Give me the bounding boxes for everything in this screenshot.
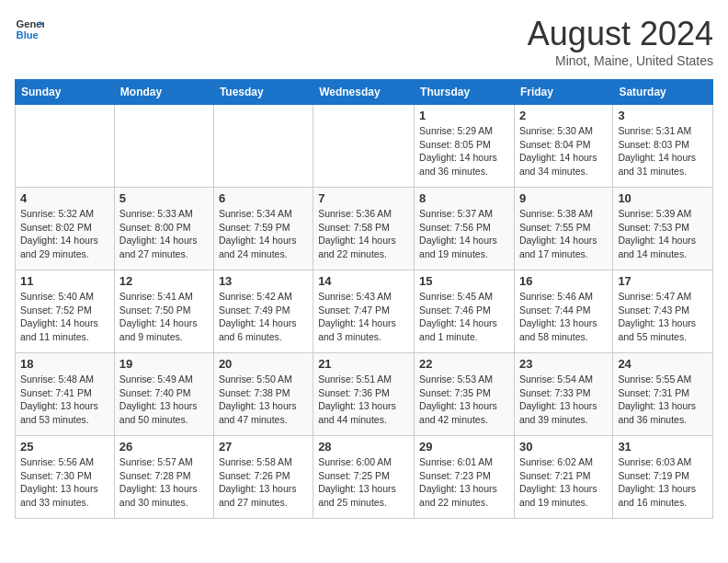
day-info: Sunrise: 5:53 AM Sunset: 7:35 PM Dayligh…	[419, 373, 509, 427]
logo-icon: General Blue	[15, 15, 44, 44]
weekday-header-tuesday: Tuesday	[213, 80, 313, 105]
day-number: 28	[318, 440, 409, 454]
day-number: 6	[219, 191, 308, 205]
day-number: 7	[318, 191, 409, 205]
day-info: Sunrise: 5:40 AM Sunset: 7:52 PM Dayligh…	[20, 290, 109, 344]
day-info: Sunrise: 5:41 AM Sunset: 7:50 PM Dayligh…	[119, 290, 209, 344]
day-info: Sunrise: 5:51 AM Sunset: 7:36 PM Dayligh…	[318, 373, 409, 427]
calendar-cell: 3Sunrise: 5:31 AM Sunset: 8:03 PM Daylig…	[613, 105, 713, 188]
day-info: Sunrise: 5:43 AM Sunset: 7:47 PM Dayligh…	[318, 290, 409, 344]
calendar-cell: 22Sunrise: 5:53 AM Sunset: 7:35 PM Dayli…	[415, 353, 515, 436]
day-info: Sunrise: 5:37 AM Sunset: 7:56 PM Dayligh…	[419, 207, 509, 261]
day-info: Sunrise: 5:42 AM Sunset: 7:49 PM Dayligh…	[219, 290, 308, 344]
calendar-cell: 7Sunrise: 5:36 AM Sunset: 7:58 PM Daylig…	[313, 188, 415, 270]
day-info: Sunrise: 5:45 AM Sunset: 7:46 PM Dayligh…	[419, 290, 509, 344]
day-number: 13	[219, 274, 308, 288]
svg-text:Blue: Blue	[17, 29, 39, 40]
day-info: Sunrise: 5:33 AM Sunset: 8:00 PM Dayligh…	[119, 207, 209, 261]
calendar-cell: 15Sunrise: 5:45 AM Sunset: 7:46 PM Dayli…	[415, 270, 515, 353]
day-info: Sunrise: 5:47 AM Sunset: 7:43 PM Dayligh…	[618, 290, 708, 344]
weekday-header-friday: Friday	[514, 80, 612, 105]
calendar-cell	[313, 105, 415, 188]
calendar-cell: 25Sunrise: 5:56 AM Sunset: 7:30 PM Dayli…	[16, 436, 115, 519]
day-info: Sunrise: 6:00 AM Sunset: 7:25 PM Dayligh…	[318, 455, 409, 510]
day-number: 26	[119, 440, 209, 454]
day-number: 12	[119, 274, 209, 288]
calendar-cell: 19Sunrise: 5:49 AM Sunset: 7:40 PM Dayli…	[114, 353, 213, 436]
day-number: 19	[119, 357, 209, 371]
day-number: 2	[519, 109, 608, 122]
calendar-cell: 28Sunrise: 6:00 AM Sunset: 7:25 PM Dayli…	[313, 436, 415, 519]
calendar-cell: 31Sunrise: 6:03 AM Sunset: 7:19 PM Dayli…	[613, 436, 713, 519]
day-number: 16	[519, 274, 608, 288]
day-number: 8	[419, 191, 509, 205]
day-info: Sunrise: 5:48 AM Sunset: 7:41 PM Dayligh…	[20, 373, 109, 427]
day-number: 29	[419, 440, 509, 454]
calendar-cell: 27Sunrise: 5:58 AM Sunset: 7:26 PM Dayli…	[213, 436, 313, 519]
calendar-cell: 2Sunrise: 5:30 AM Sunset: 8:04 PM Daylig…	[514, 105, 612, 188]
day-info: Sunrise: 5:31 AM Sunset: 8:03 PM Dayligh…	[618, 124, 708, 178]
calendar-cell: 30Sunrise: 6:02 AM Sunset: 7:21 PM Dayli…	[514, 436, 612, 519]
day-number: 17	[618, 274, 708, 288]
calendar-cell: 5Sunrise: 5:33 AM Sunset: 8:00 PM Daylig…	[114, 188, 213, 270]
page-header: General Blue August 2024 Minot, Maine, U…	[15, 15, 713, 68]
day-info: Sunrise: 5:34 AM Sunset: 7:59 PM Dayligh…	[219, 207, 308, 261]
day-info: Sunrise: 5:39 AM Sunset: 7:53 PM Dayligh…	[618, 207, 708, 261]
day-info: Sunrise: 6:02 AM Sunset: 7:21 PM Dayligh…	[519, 455, 608, 510]
day-number: 23	[519, 357, 608, 371]
day-info: Sunrise: 5:58 AM Sunset: 7:26 PM Dayligh…	[219, 455, 308, 510]
day-info: Sunrise: 6:03 AM Sunset: 7:19 PM Dayligh…	[618, 455, 708, 510]
day-number: 27	[219, 440, 308, 454]
calendar-cell: 12Sunrise: 5:41 AM Sunset: 7:50 PM Dayli…	[114, 270, 213, 353]
day-number: 30	[519, 440, 608, 454]
day-number: 15	[419, 274, 509, 288]
calendar-cell: 18Sunrise: 5:48 AM Sunset: 7:41 PM Dayli…	[16, 353, 115, 436]
calendar-cell: 16Sunrise: 5:46 AM Sunset: 7:44 PM Dayli…	[514, 270, 612, 353]
day-number: 21	[318, 357, 409, 371]
calendar-cell: 1Sunrise: 5:29 AM Sunset: 8:05 PM Daylig…	[415, 105, 515, 188]
day-number: 24	[618, 357, 708, 371]
day-info: Sunrise: 5:50 AM Sunset: 7:38 PM Dayligh…	[219, 373, 308, 427]
calendar-cell: 26Sunrise: 5:57 AM Sunset: 7:28 PM Dayli…	[114, 436, 213, 519]
day-number: 18	[20, 357, 109, 371]
day-number: 10	[618, 191, 708, 205]
day-info: Sunrise: 5:56 AM Sunset: 7:30 PM Dayligh…	[20, 455, 109, 510]
day-number: 9	[519, 191, 608, 205]
calendar-cell: 13Sunrise: 5:42 AM Sunset: 7:49 PM Dayli…	[213, 270, 313, 353]
weekday-header-thursday: Thursday	[415, 80, 515, 105]
calendar-cell: 24Sunrise: 5:55 AM Sunset: 7:31 PM Dayli…	[613, 353, 713, 436]
calendar-cell: 6Sunrise: 5:34 AM Sunset: 7:59 PM Daylig…	[213, 188, 313, 270]
day-info: Sunrise: 5:30 AM Sunset: 8:04 PM Dayligh…	[519, 124, 608, 178]
day-info: Sunrise: 5:49 AM Sunset: 7:40 PM Dayligh…	[119, 373, 209, 427]
weekday-header-saturday: Saturday	[613, 80, 713, 105]
day-number: 11	[20, 274, 109, 288]
calendar-cell: 4Sunrise: 5:32 AM Sunset: 8:02 PM Daylig…	[16, 188, 115, 270]
calendar-cell: 23Sunrise: 5:54 AM Sunset: 7:33 PM Dayli…	[514, 353, 612, 436]
title-block: August 2024 Minot, Maine, United States	[528, 15, 713, 68]
weekday-header-monday: Monday	[114, 80, 213, 105]
calendar-cell	[114, 105, 213, 188]
logo: General Blue	[15, 15, 44, 44]
weekday-header-wednesday: Wednesday	[313, 80, 415, 105]
calendar-cell: 14Sunrise: 5:43 AM Sunset: 7:47 PM Dayli…	[313, 270, 415, 353]
day-number: 14	[318, 274, 409, 288]
location: Minot, Maine, United States	[528, 53, 713, 68]
day-info: Sunrise: 5:55 AM Sunset: 7:31 PM Dayligh…	[618, 373, 708, 427]
calendar-cell: 8Sunrise: 5:37 AM Sunset: 7:56 PM Daylig…	[415, 188, 515, 270]
calendar-cell: 9Sunrise: 5:38 AM Sunset: 7:55 PM Daylig…	[514, 188, 612, 270]
calendar-cell	[213, 105, 313, 188]
day-info: Sunrise: 5:29 AM Sunset: 8:05 PM Dayligh…	[419, 124, 509, 178]
calendar-table: SundayMondayTuesdayWednesdayThursdayFrid…	[15, 79, 713, 519]
calendar-cell: 29Sunrise: 6:01 AM Sunset: 7:23 PM Dayli…	[415, 436, 515, 519]
day-info: Sunrise: 5:32 AM Sunset: 8:02 PM Dayligh…	[20, 207, 109, 261]
day-number: 3	[618, 109, 708, 122]
calendar-cell: 10Sunrise: 5:39 AM Sunset: 7:53 PM Dayli…	[613, 188, 713, 270]
calendar-cell: 17Sunrise: 5:47 AM Sunset: 7:43 PM Dayli…	[613, 270, 713, 353]
day-info: Sunrise: 5:57 AM Sunset: 7:28 PM Dayligh…	[119, 455, 209, 510]
day-info: Sunrise: 5:54 AM Sunset: 7:33 PM Dayligh…	[519, 373, 608, 427]
day-number: 1	[419, 109, 509, 122]
day-info: Sunrise: 6:01 AM Sunset: 7:23 PM Dayligh…	[419, 455, 509, 510]
month-title: August 2024	[528, 15, 713, 53]
day-number: 5	[119, 191, 209, 205]
calendar-cell: 21Sunrise: 5:51 AM Sunset: 7:36 PM Dayli…	[313, 353, 415, 436]
